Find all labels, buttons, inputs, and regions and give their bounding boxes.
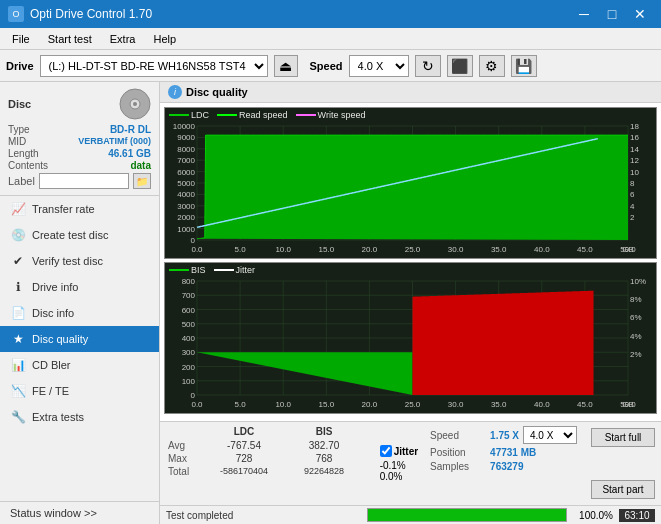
jitter-checkbox[interactable] (380, 445, 392, 457)
stop-button[interactable]: ⬛ (447, 55, 473, 77)
status-time: 63:10 (619, 509, 655, 522)
length-label: Length (8, 148, 39, 159)
menu-start-test[interactable]: Start test (40, 31, 100, 47)
max-label: Max (168, 453, 204, 464)
menu-file[interactable]: File (4, 31, 38, 47)
total-label: Total (168, 466, 204, 477)
sidebar-item-disc-info[interactable]: 📄 Disc info (0, 300, 159, 326)
chart2-legend: BIS Jitter (169, 265, 255, 275)
avg-label: Avg (168, 440, 204, 451)
speed-row-select[interactable]: 4.0 X (523, 426, 577, 444)
settings-button[interactable]: ⚙ (479, 55, 505, 77)
label-label: Label (8, 175, 35, 187)
sidebar-item-extra-tests[interactable]: 🔧 Extra tests (0, 404, 159, 430)
mid-value: VERBATIMf (000) (78, 136, 151, 147)
disc-quality-icon: ★ (10, 331, 26, 347)
type-label: Type (8, 124, 30, 135)
sidebar-item-disc-quality[interactable]: ★ Disc quality (0, 326, 159, 352)
avg-ldc: -767.54 (204, 440, 284, 451)
menu-extra[interactable]: Extra (102, 31, 144, 47)
progress-bar-fill (368, 509, 566, 521)
total-ldc: -586170404 (204, 466, 284, 477)
sidebar: Disc Type BD-R DL MID VERBATIMf (000) Le… (0, 82, 160, 524)
position-row-label: Position (430, 447, 486, 458)
nav-label-drive-info: Drive info (32, 281, 78, 293)
length-value: 46.61 GB (108, 148, 151, 159)
avg-bis: 382.70 (284, 440, 364, 451)
sidebar-item-verify-test-disc[interactable]: ✔ Verify test disc (0, 248, 159, 274)
speed-select[interactable]: 4.0 X (349, 55, 409, 77)
toolbar: Drive (L:) HL-DT-ST BD-RE WH16NS58 TST4 … (0, 50, 661, 82)
status-bar: Test completed 100.0% 63:10 (160, 505, 661, 524)
mid-label: MID (8, 136, 26, 147)
app-icon: O (8, 6, 24, 22)
disc-icon (119, 88, 151, 120)
menu-bar: File Start test Extra Help (0, 28, 661, 50)
disc-title: Disc (8, 98, 31, 110)
ldc-chart (165, 108, 656, 258)
nav-label-fe-te: FE / TE (32, 385, 69, 397)
minimize-button[interactable]: ─ (571, 4, 597, 24)
menu-help[interactable]: Help (145, 31, 184, 47)
refresh-button[interactable]: ↻ (415, 55, 441, 77)
sidebar-item-transfer-rate[interactable]: 📈 Transfer rate (0, 196, 159, 222)
jitter-label: Jitter (394, 446, 418, 457)
nav-label-disc-info: Disc info (32, 307, 74, 319)
charts-area: LDC Read speed Write speed (160, 103, 661, 421)
stats-table: LDC BIS Avg -767.54 382.70 Max 728 768 T… (160, 422, 380, 505)
disc-quality-title: Disc quality (186, 86, 248, 98)
status-text: Test completed (166, 510, 361, 521)
status-window-button[interactable]: Status window >> (0, 502, 159, 524)
speed-row-value: 1.75 X (490, 430, 519, 441)
bis-chart (165, 263, 656, 413)
cd-bler-icon: 📊 (10, 357, 26, 373)
speed-label: Speed (310, 60, 343, 72)
bis-legend-label: BIS (191, 265, 206, 275)
ldc-col-header: LDC (204, 426, 284, 437)
extra-tests-icon: 🔧 (10, 409, 26, 425)
nav-label-create-test-disc: Create test disc (32, 229, 108, 241)
sidebar-nav: 📈 Transfer rate 💿 Create test disc ✔ Ver… (0, 196, 159, 501)
sidebar-item-cd-bler[interactable]: 📊 CD Bler (0, 352, 159, 378)
fe-te-icon: 📉 (10, 383, 26, 399)
sidebar-item-drive-info[interactable]: ℹ Drive info (0, 274, 159, 300)
label-browse-button[interactable]: 📁 (133, 173, 151, 189)
label-input[interactable] (39, 173, 129, 189)
nav-label-disc-quality: Disc quality (32, 333, 88, 345)
read-legend-label: Read speed (239, 110, 288, 120)
drive-label: Drive (6, 60, 34, 72)
drive-info-icon: ℹ (10, 279, 26, 295)
sidebar-item-create-test-disc[interactable]: 💿 Create test disc (0, 222, 159, 248)
start-part-button[interactable]: Start part (591, 480, 655, 499)
status-window: Status window >> (0, 501, 159, 524)
start-full-button[interactable]: Start full (591, 428, 655, 447)
status-window-label: Status window >> (10, 507, 97, 519)
eject-button[interactable]: ⏏ (274, 55, 298, 77)
progress-bar-container (367, 508, 567, 522)
status-percent: 100.0% (573, 510, 613, 521)
samples-row-value: 763279 (490, 461, 523, 472)
speed-position: Speed 1.75 X 4.0 X Position 47731 MB Sam… (422, 422, 585, 505)
jitter-max: 0.0% (380, 471, 418, 482)
type-value: BD-R DL (110, 124, 151, 135)
svg-point-2 (133, 102, 137, 106)
ldc-legend-label: LDC (191, 110, 209, 120)
maximize-button[interactable]: □ (599, 4, 625, 24)
main-area: Disc Type BD-R DL MID VERBATIMf (000) Le… (0, 82, 661, 524)
jitter-legend-line (214, 269, 234, 271)
write-legend-label: Write speed (318, 110, 366, 120)
disc-panel: Disc Type BD-R DL MID VERBATIMf (000) Le… (0, 82, 159, 196)
disc-quality-header: i Disc quality (160, 82, 661, 103)
jitter-avg: -0.1% (380, 460, 418, 471)
max-ldc: 728 (204, 453, 284, 464)
nav-label-cd-bler: CD Bler (32, 359, 71, 371)
verify-test-disc-icon: ✔ (10, 253, 26, 269)
save-button[interactable]: 💾 (511, 55, 537, 77)
jitter-legend-label: Jitter (236, 265, 256, 275)
close-button[interactable]: ✕ (627, 4, 653, 24)
transfer-rate-icon: 📈 (10, 201, 26, 217)
drive-select[interactable]: (L:) HL-DT-ST BD-RE WH16NS58 TST4 (40, 55, 268, 77)
sidebar-item-fe-te[interactable]: 📉 FE / TE (0, 378, 159, 404)
ldc-legend-line (169, 114, 189, 116)
contents-value: data (130, 160, 151, 171)
